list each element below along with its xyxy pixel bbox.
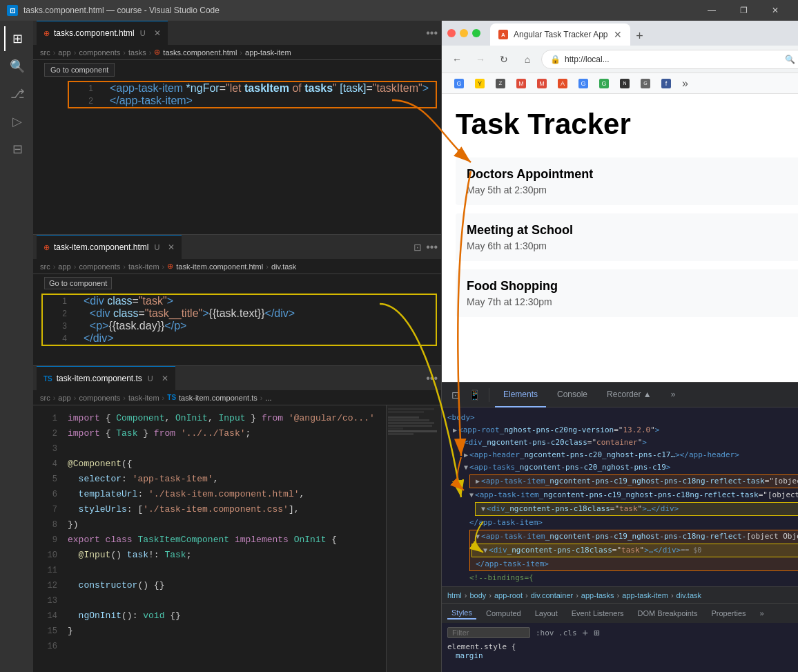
editor-more-button[interactable]: ••• <box>426 27 438 39</box>
bookmark-a[interactable]: A <box>554 77 572 90</box>
task-day-2: May 6th at 1:30pm <box>467 240 798 251</box>
devtools-mobile-icon[interactable]: 📱 <box>467 387 483 403</box>
app-title: Task Tracker <box>456 108 631 141</box>
top-breadcrumb: src › app › components › tasks › ⊕ tasks… <box>33 45 441 60</box>
tab-label: tasks.component.html <box>54 28 135 38</box>
style-rule-text: element.style { <box>447 642 516 651</box>
back-button[interactable]: ← <box>447 50 467 69</box>
url-bar[interactable]: 🔒 http://local... 🔍 ☆ <box>541 50 798 69</box>
devtools-tab-elements[interactable]: Elements <box>495 383 546 407</box>
styles-tab-computed[interactable]: Computed <box>482 608 525 619</box>
styles-tab-dom[interactable]: DOM Breakpoints <box>634 608 702 619</box>
styles-tab-event[interactable]: Event Listeners <box>567 608 628 619</box>
ts-line-5: 5 selector: 'app-task-item', <box>33 472 386 487</box>
bookmark-g4[interactable]: G <box>636 77 654 90</box>
devtools-toolbar: ⊡ 📱 Elements Console Recorder ▲ » 1 ⚙ ⋮ … <box>442 383 798 407</box>
task-item-ts-tab[interactable]: TS task-item.component.ts U ✕ <box>37 366 175 390</box>
search-icon[interactable]: 🔍 <box>4 54 29 79</box>
chrome-address-bar: ← → ↻ ⌂ 🔒 http://local... 🔍 ☆ G ⊕ » 👤 In… <box>442 46 798 73</box>
devtools-styles-panel: Styles Computed Layout Event Listeners D… <box>442 603 798 672</box>
ts-line-11: 11 <box>33 563 386 578</box>
mid-code-line-3: 3 <p>{{task.day}}</p> <box>43 320 436 332</box>
run-icon[interactable]: ▷ <box>4 109 29 134</box>
bot-tab-close[interactable]: ✕ <box>162 374 168 383</box>
tab-close-icon[interactable]: ✕ <box>614 29 622 40</box>
mid-code-line-1: 1 <div class="task"> <box>43 295 436 307</box>
bookmark-more[interactable]: » <box>678 76 692 91</box>
source-control-icon[interactable]: ⎇ <box>4 81 29 106</box>
devtools-tab-recorder[interactable]: Recorder ▲ <box>598 383 660 407</box>
dt-app-root: ▶ <app-root _nghost-pns-c20 ng-version="… <box>442 424 798 436</box>
styles-tab-bar: Styles Computed Layout Event Listeners D… <box>442 604 798 623</box>
bookmark-f[interactable]: f <box>657 77 675 90</box>
ts-icon: TS <box>43 375 52 383</box>
bc-app: app <box>58 48 70 57</box>
add-style-icon[interactable]: + <box>583 627 588 638</box>
ts-code-area: 1 import { Component, OnInit, Input } fr… <box>33 405 386 672</box>
filter-input[interactable] <box>447 627 530 638</box>
more-button-mid[interactable]: ••• <box>426 241 438 253</box>
extensions-icon[interactable]: ⊟ <box>4 137 29 162</box>
computed-icon[interactable]: ⊞ <box>594 627 599 638</box>
devtools-tab-console[interactable]: Console <box>549 383 596 407</box>
bot-more-button[interactable]: ••• <box>426 372 438 385</box>
dt-bindings-comment: <!--bindings={ <box>442 572 798 584</box>
tab-modified: U <box>140 29 146 37</box>
ts-line-16: 16 <box>33 639 386 654</box>
chrome-minimize[interactable] <box>460 29 468 37</box>
split-editor-icon[interactable]: ⊡ <box>413 242 422 253</box>
bookmark-m1[interactable]: M <box>512 77 530 90</box>
middle-editor: ⊕ task-item.component.html U ✕ ⊡ ••• src… <box>33 235 441 366</box>
bookmark-g3[interactable]: G <box>595 77 613 90</box>
task-title-1: Doctors Appointment <box>467 167 798 182</box>
tab-close[interactable]: ✕ <box>154 28 161 38</box>
devtools-breadcrumb: html › body › app-root › div.container ›… <box>442 586 798 603</box>
chrome-maximize[interactable] <box>472 29 480 37</box>
maximize-button[interactable]: ❐ <box>728 0 759 21</box>
devtools-panel: ⊡ 📱 Elements Console Recorder ▲ » 1 ⚙ ⋮ … <box>442 382 798 672</box>
reload-button[interactable]: ↻ <box>494 50 514 69</box>
dt-task-item-1-highlight: ▶ <app-task-item _ngcontent-pns-c19 _ngh… <box>469 474 798 488</box>
bottom-editor: TS task-item.component.ts U ✕ ••• src › … <box>33 366 441 672</box>
task-item-1: Doctors Appointment May 5th at 2:30pm <box>456 157 798 205</box>
lock-icon: 🔒 <box>550 55 561 64</box>
styles-tab-properties[interactable]: Properties <box>707 608 750 619</box>
goto-component-tooltip[interactable]: Go to component <box>44 63 115 77</box>
task-item-component-tab[interactable]: ⊕ task-item.component.html U ✕ <box>37 235 182 259</box>
home-button[interactable]: ⌂ <box>518 50 537 69</box>
mid-tab-close[interactable]: ✕ <box>168 242 175 252</box>
forward-button[interactable]: → <box>471 50 490 69</box>
mid-code-line-4: 4 </div> <box>43 332 436 345</box>
bookmark-icon-m2: M <box>537 79 547 88</box>
bc-app-tasks: app-tasks <box>581 591 614 599</box>
styles-tab-layout[interactable]: Layout <box>531 608 562 619</box>
styles-tab-more-2[interactable]: » <box>756 608 768 619</box>
styles-tab-styles[interactable]: Styles <box>447 607 476 620</box>
html-icon-mid: ⊕ <box>43 243 50 252</box>
new-tab-button[interactable]: + <box>630 26 650 46</box>
bookmark-y[interactable]: Y <box>471 77 489 90</box>
bookmark-g[interactable]: G <box>450 77 468 90</box>
chrome-active-tab[interactable]: A Angular Task Tracker App ✕ <box>490 23 630 46</box>
ts-line-12: 12 constructor() {} <box>33 578 386 593</box>
chrome-close[interactable] <box>447 29 456 37</box>
goto-component-tooltip-mid[interactable]: Go to component <box>44 277 112 289</box>
ts-line-6: 6 templateUrl: './task-item.component.ht… <box>33 487 386 502</box>
devtools-tab-more[interactable]: » <box>663 383 684 407</box>
close-button[interactable]: ✕ <box>759 0 791 21</box>
bookmark-m2[interactable]: M <box>533 77 551 90</box>
minimize-button[interactable]: — <box>696 0 728 21</box>
bottom-tab-bar: TS task-item.component.ts U ✕ ••• <box>33 366 441 390</box>
tasks-component-tab[interactable]: ⊕ tasks.component.html U ✕ <box>37 21 168 45</box>
devtools-cursor-icon[interactable]: ⊡ <box>447 387 464 403</box>
explorer-icon[interactable]: ⊞ <box>4 26 29 51</box>
dt-app-tasks: ▼ <app-tasks _ngcontent-pns-c20 _nghost-… <box>442 461 798 474</box>
bookmark-g2[interactable]: G <box>574 77 592 90</box>
bookmark-n[interactable]: N <box>616 77 634 90</box>
code-line-1: 1 <app-task-item *ngFor="let taskItem of… <box>69 82 436 95</box>
pseudo-filter: :hov .cls <box>536 628 577 637</box>
bookmark-z[interactable]: Z <box>492 77 509 90</box>
titlebar: ⊡ tasks.component.html — course - Visual… <box>0 0 798 21</box>
ts-line-13: 13 <box>33 593 386 608</box>
editors-with-activity: ⊞ 🔍 ⎇ ▷ ⊟ ⊕ tasks.component.html U ✕ <box>0 21 441 672</box>
